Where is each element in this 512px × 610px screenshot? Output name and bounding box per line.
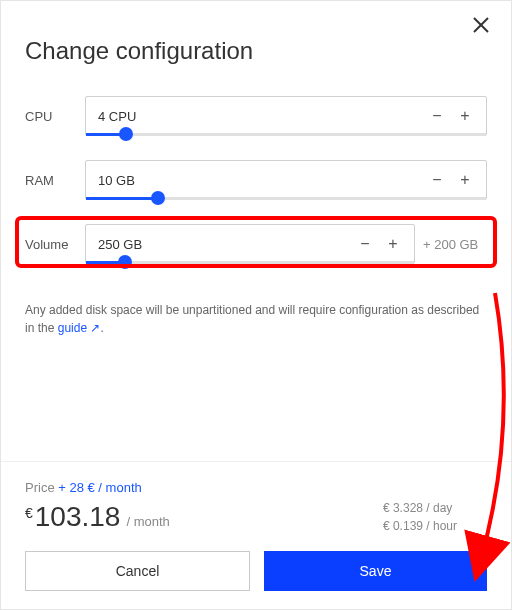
slider-thumb[interactable] bbox=[118, 255, 132, 269]
close-button[interactable] bbox=[471, 15, 491, 35]
close-icon bbox=[471, 15, 491, 35]
ram-decrease-button[interactable]: − bbox=[428, 171, 446, 189]
volume-increase-button[interactable]: + bbox=[384, 235, 402, 253]
price-amount: 103.18 bbox=[35, 501, 121, 533]
price-per-month: / month bbox=[126, 514, 169, 529]
price-breakdown: € 3.328 / day € 0.139 / hour bbox=[383, 501, 487, 533]
price-increase: + 28 € / month bbox=[58, 480, 141, 495]
currency-symbol: € bbox=[25, 505, 33, 521]
price-per-hour: € 0.139 / hour bbox=[383, 519, 457, 533]
volume-value: 250 GB bbox=[98, 237, 356, 252]
price-label: Price bbox=[25, 480, 55, 495]
volume-decrease-button[interactable]: − bbox=[356, 235, 374, 253]
disk-note-after: . bbox=[100, 321, 103, 335]
ram-row: RAM 10 GB − + bbox=[25, 155, 487, 205]
disk-note: Any added disk space will be unpartition… bbox=[25, 301, 487, 337]
plus-icon: + bbox=[388, 235, 397, 253]
cpu-value: 4 CPU bbox=[98, 109, 428, 124]
volume-delta: + 200 GB bbox=[415, 237, 487, 252]
cpu-increase-button[interactable]: + bbox=[456, 107, 474, 125]
plus-icon: + bbox=[460, 107, 469, 125]
price-main: € 103.18 / month bbox=[25, 501, 383, 533]
plus-icon: + bbox=[460, 171, 469, 189]
cpu-stepper[interactable]: 4 CPU − + bbox=[85, 96, 487, 136]
cpu-slider[interactable] bbox=[86, 132, 486, 136]
minus-icon: − bbox=[432, 171, 441, 189]
cpu-decrease-button[interactable]: − bbox=[428, 107, 446, 125]
ram-slider[interactable] bbox=[86, 196, 486, 200]
price-increase-line: Price + 28 € / month bbox=[25, 480, 487, 495]
slider-thumb[interactable] bbox=[151, 191, 165, 205]
modal-title: Change configuration bbox=[25, 37, 487, 65]
change-configuration-modal: Change configuration CPU 4 CPU − + bbox=[0, 0, 512, 610]
footer: Price + 28 € / month € 103.18 / month € … bbox=[1, 461, 511, 609]
volume-slider[interactable] bbox=[86, 260, 414, 264]
cpu-label: CPU bbox=[25, 109, 85, 124]
price-per-day: € 3.328 / day bbox=[383, 501, 457, 515]
minus-icon: − bbox=[432, 107, 441, 125]
save-button[interactable]: Save bbox=[264, 551, 487, 591]
external-link-icon: ↗ bbox=[90, 321, 100, 335]
cancel-button[interactable]: Cancel bbox=[25, 551, 250, 591]
minus-icon: − bbox=[360, 235, 369, 253]
config-fields: CPU 4 CPU − + RAM bbox=[25, 91, 487, 283]
cpu-row: CPU 4 CPU − + bbox=[25, 91, 487, 141]
ram-label: RAM bbox=[25, 173, 85, 188]
slider-thumb[interactable] bbox=[119, 127, 133, 141]
guide-link[interactable]: guide ↗ bbox=[58, 321, 101, 335]
ram-value: 10 GB bbox=[98, 173, 428, 188]
ram-increase-button[interactable]: + bbox=[456, 171, 474, 189]
volume-stepper[interactable]: 250 GB − + bbox=[85, 224, 415, 264]
volume-label: Volume bbox=[25, 237, 85, 252]
ram-stepper[interactable]: 10 GB − + bbox=[85, 160, 487, 200]
volume-row: Volume 250 GB − + + 200 GB bbox=[25, 219, 487, 269]
